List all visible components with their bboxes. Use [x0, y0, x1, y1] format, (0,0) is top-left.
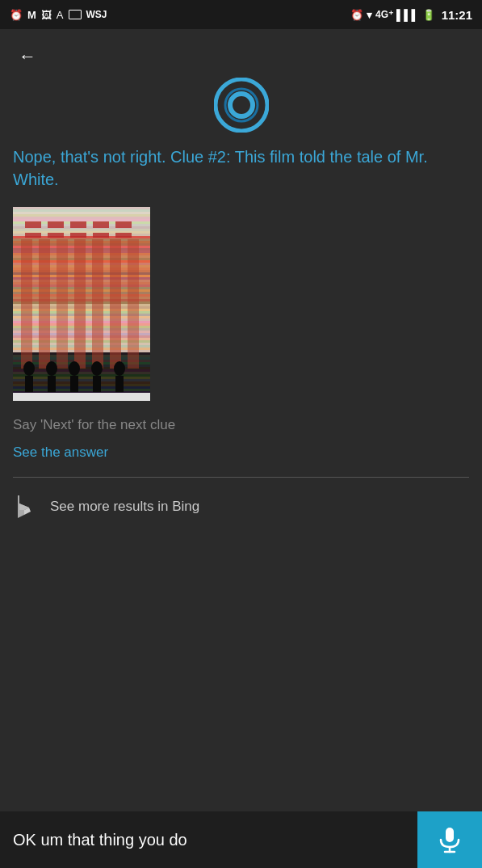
- battery-icon: 🔋: [422, 9, 435, 21]
- cortana-logo-icon: [214, 78, 269, 133]
- next-clue-instruction: Say 'Next' for the next clue: [13, 417, 469, 433]
- svg-rect-7: [446, 828, 454, 842]
- gmail-icon: M: [27, 9, 36, 21]
- movie-image: [13, 207, 150, 401]
- network-4g-icon: 4G⁺: [375, 9, 393, 20]
- cortana-logo-container: [13, 78, 469, 133]
- bing-results-text: See more results in Bing: [50, 499, 199, 515]
- bing-results-link[interactable]: See more results in Bing: [13, 491, 469, 523]
- wifi-icon: ▾: [367, 9, 372, 21]
- input-text[interactable]: OK um that thing you do: [0, 831, 417, 849]
- alarm-icon: ⏰: [10, 9, 23, 21]
- main-content: ← Nope, that's not right. Clue #2: This …: [0, 29, 482, 533]
- back-button[interactable]: ←: [13, 42, 42, 71]
- svg-point-2: [233, 97, 249, 113]
- status-right-icons: ⏰ ▾ 4G⁺ ▌▌▌ 🔋 11:21: [350, 8, 472, 22]
- image-icon: 🖼: [41, 9, 52, 21]
- section-divider: [13, 477, 469, 478]
- mic-icon: [436, 826, 463, 853]
- status-left-icons: ⏰ M 🖼 A WSJ: [10, 9, 107, 21]
- bottom-input-bar: OK um that thing you do: [0, 811, 482, 868]
- back-arrow-icon: ←: [19, 46, 36, 67]
- font-icon: A: [57, 9, 64, 21]
- time-display: 11:21: [442, 8, 472, 22]
- status-bar: ⏰ M 🖼 A WSJ ⏰ ▾ 4G⁺ ▌▌▌ 🔋 11:21: [0, 0, 482, 29]
- signal-icon: ▌▌▌: [396, 9, 419, 21]
- wsj-icon: WSJ: [86, 9, 107, 20]
- see-answer-link[interactable]: See the answer: [13, 445, 469, 461]
- alarm2-icon: ⏰: [350, 9, 363, 21]
- bing-icon: [13, 494, 39, 520]
- mic-button[interactable]: [417, 811, 482, 868]
- square-icon: [69, 10, 82, 19]
- clue-text: Nope, that's not right. Clue #2: This fi…: [13, 145, 469, 191]
